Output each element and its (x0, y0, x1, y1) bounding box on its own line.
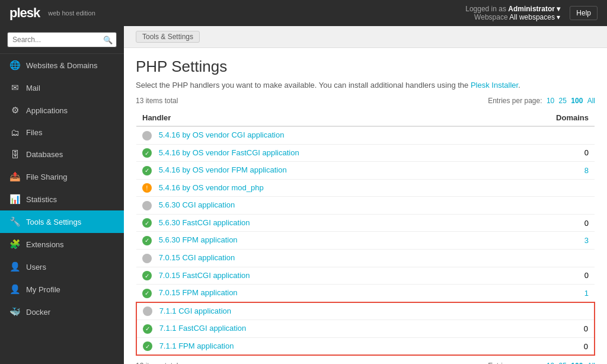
nav-icon-extensions: 🧩 (9, 239, 20, 250)
handler-cell: 5.6.30 CGI application (136, 197, 499, 215)
domain-count-cell: 3 (499, 232, 595, 250)
table-row: ✓ 5.4.16 by OS vendor FPM application 8 (136, 162, 595, 180)
nav-container: 🌐Websites & Domains✉Mail⚙Applications🗂Fi… (0, 54, 124, 323)
domain-count-cell: 8 (499, 162, 595, 180)
sidebar-item-users[interactable]: 👤Users (0, 256, 124, 278)
table-body: 5.4.16 by OS vendor CGI application ✓ 5.… (136, 126, 595, 355)
sidebar-item-files[interactable]: 🗂Files (0, 122, 124, 143)
plesk-logo: plesk (9, 5, 40, 21)
entries-10[interactable]: 10 (547, 97, 554, 105)
nav-label-files: Files (26, 128, 42, 137)
sidebar-item-statistics[interactable]: 📊Statistics (0, 188, 124, 210)
entries-10-bottom[interactable]: 10 (547, 362, 554, 364)
handler-link[interactable]: 7.0.15 CGI application (159, 253, 235, 262)
table-meta-bottom: 13 items total Entries per page: 10 25 1… (136, 362, 595, 364)
sidebar-item-my-profile[interactable]: 👤My Profile (0, 278, 124, 301)
table-row: ✓ 5.6.30 FastCGI application 0 (136, 214, 595, 232)
sidebar-item-file-sharing[interactable]: 📤File Sharing (0, 165, 124, 188)
admin-name[interactable]: Administrator (508, 5, 560, 13)
table-row: 7.0.15 CGI application (136, 249, 595, 267)
webspace-label: Webspace (474, 13, 507, 21)
sidebar-item-tools-settings[interactable]: 🔧Tools & Settings (0, 210, 124, 233)
status-icon-green: ✓ (142, 218, 152, 228)
entries-all-bottom[interactable]: All (587, 362, 595, 364)
table-row: ✓ 7.0.15 FPM application 1 (136, 285, 595, 302)
top-header: plesk web host edition Logged in as Admi… (0, 0, 607, 26)
handler-cell: ✓ 7.1.1 FastCGI application (136, 320, 499, 338)
handler-link[interactable]: 7.1.1 FastCGI application (159, 324, 247, 333)
status-icon-gray (143, 306, 152, 316)
handler-cell: 7.1.1 CGI application (136, 302, 499, 320)
handler-link[interactable]: 7.1.1 CGI application (159, 306, 231, 315)
handler-link[interactable]: 5.4.16 by OS vendor FPM application (159, 165, 287, 174)
webspace-value[interactable]: All webspaces (509, 13, 560, 21)
nav-label-file-sharing: File Sharing (26, 173, 67, 181)
domain-count-link[interactable]: 1 (584, 289, 589, 298)
nav-icon-statistics: 📊 (9, 194, 20, 205)
page-desc-text: Select the PHP handlers you want to make… (136, 81, 468, 90)
content-area: Tools & Settings PHP Settings Select the… (124, 26, 607, 364)
sidebar-item-extensions[interactable]: 🧩Extensions (0, 233, 124, 256)
handler-link[interactable]: 7.0.15 FPM application (159, 288, 238, 297)
handler-cell: ✓ 5.6.30 FPM application (136, 232, 499, 250)
sidebar-item-mail[interactable]: ✉Mail (0, 76, 124, 99)
handler-link[interactable]: 5.4.16 by OS vendor FastCGI application (159, 148, 299, 157)
domain-count-cell (499, 302, 595, 320)
handler-link[interactable]: 7.0.15 FastCGI application (159, 271, 250, 280)
nav-icon-applications: ⚙ (9, 105, 20, 116)
entries-100-bottom[interactable]: 100 (571, 362, 583, 364)
nav-label-tools-settings: Tools & Settings (26, 218, 81, 226)
handler-cell: ✓ 7.1.1 FPM application (136, 337, 499, 355)
status-icon-gray (142, 201, 152, 210)
status-icon-warning: ! (142, 183, 152, 193)
breadcrumb[interactable]: Tools & Settings (136, 31, 200, 43)
nav-icon-files: 🗂 (9, 127, 20, 138)
status-icon-green: ✓ (142, 271, 152, 280)
status-icon-gray (142, 254, 152, 263)
handler-link[interactable]: 7.1.1 FPM application (159, 341, 234, 350)
domain-count-link[interactable]: 8 (584, 166, 589, 175)
status-icon-green: ✓ (142, 289, 152, 298)
entries-all[interactable]: All (587, 97, 595, 105)
sidebar-item-docker[interactable]: 🐳Docker (0, 301, 124, 323)
domain-count-link[interactable]: 3 (584, 236, 589, 245)
nav-label-my-profile: My Profile (26, 285, 60, 294)
handler-link[interactable]: 5.6.30 CGI application (159, 200, 235, 209)
help-button[interactable]: Help (570, 6, 598, 20)
entries-25[interactable]: 25 (559, 97, 567, 105)
breadcrumb-bar: Tools & Settings (124, 26, 607, 48)
handler-link[interactable]: 5.6.30 FPM application (159, 235, 238, 244)
nav-icon-my-profile: 👤 (9, 284, 20, 295)
sidebar-item-websites-domains[interactable]: 🌐Websites & Domains (0, 54, 124, 76)
domain-count-cell: 0 (499, 267, 595, 285)
sidebar-item-applications[interactable]: ⚙Applications (0, 99, 124, 122)
nav-label-docker: Docker (26, 308, 50, 317)
handler-cell: 7.0.15 CGI application (136, 249, 499, 267)
col-domains: Domains (499, 110, 595, 126)
nav-label-extensions: Extensions (26, 240, 64, 249)
table-row: ✓ 7.1.1 FastCGI application 0 (136, 320, 595, 338)
entries-25-bottom[interactable]: 25 (559, 362, 567, 364)
search-box: 🔍 (0, 26, 124, 54)
entries-100[interactable]: 100 (571, 97, 583, 105)
nav-label-applications: Applications (26, 106, 68, 115)
handler-cell: ! 5.4.16 by OS vendor mod_php (136, 179, 499, 197)
plesk-installer-link[interactable]: Plesk Installer (471, 81, 518, 90)
table-row: 5.6.30 CGI application (136, 197, 595, 215)
handler-link[interactable]: 5.4.16 by OS vendor CGI application (159, 130, 285, 139)
nav-icon-mail: ✉ (9, 82, 20, 93)
nav-icon-databases: 🗄 (9, 149, 20, 159)
handler-link[interactable]: 5.4.16 by OS vendor mod_php (159, 183, 264, 192)
handler-link[interactable]: 5.6.30 FastCGI application (159, 218, 250, 227)
handler-cell: ✓ 7.0.15 FastCGI application (136, 267, 499, 285)
nav-label-statistics: Statistics (26, 195, 57, 204)
col-handler: Handler (136, 110, 499, 126)
total-items-top: 13 items total (136, 97, 178, 105)
table-row: ✓ 5.4.16 by OS vendor FastCGI applicatio… (136, 144, 595, 162)
nav-label-websites-domains: Websites & Domains (26, 61, 97, 70)
search-input[interactable] (7, 32, 117, 47)
sidebar-item-databases[interactable]: 🗄Databases (0, 143, 124, 165)
domain-count-cell (499, 197, 595, 215)
table-row: ! 5.4.16 by OS vendor mod_php (136, 179, 595, 197)
domain-count: 0 (584, 271, 589, 280)
